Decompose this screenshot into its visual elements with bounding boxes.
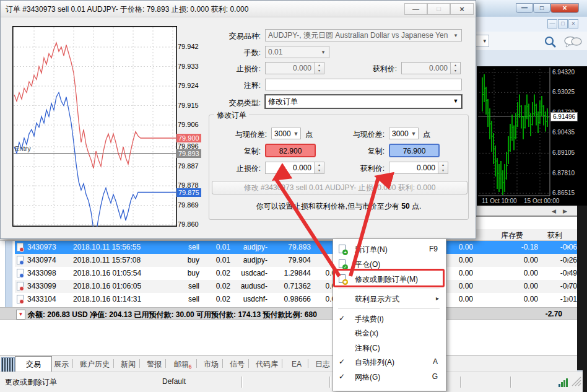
tab-市场[interactable]: 市场	[199, 357, 223, 372]
table-row[interactable]: 34330982018.10.16 01:05:54buy0.02usdcad-…	[15, 267, 577, 280]
dialog-titlebar[interactable]: 订单 #3430973 sell 0.01 AUDJPY- 于价格: 79.89…	[1, 1, 476, 17]
modify-order-group-title: 修改订单	[214, 110, 249, 121]
group-stoploss-input[interactable]: 0.000 ▴▾	[265, 162, 324, 174]
background-area	[577, 206, 587, 370]
main-close-button[interactable]: ×	[550, 3, 579, 13]
copy-buy-price-button[interactable]: 76.900	[389, 144, 440, 157]
tab-信号[interactable]: 信号	[225, 357, 249, 372]
check-icon: ✓	[339, 314, 345, 323]
tab-代码库[interactable]: 代码库	[251, 357, 282, 372]
group-takeprofit-input[interactable]: 0.000 ▴▾	[389, 162, 448, 174]
main-minimize-button[interactable]: —	[516, 3, 533, 13]
menu-item-shortcut: G	[432, 372, 438, 381]
menu-item[interactable]: 税金(x)	[334, 326, 445, 341]
close-order-icon[interactable]: ×	[566, 282, 570, 290]
dialog-close-button[interactable]: ×	[450, 3, 474, 15]
tab-交易[interactable]: 交易	[15, 356, 52, 372]
order-tax: 0.00	[459, 282, 473, 290]
close-order-icon[interactable]: ×	[566, 295, 570, 303]
order-type: buy	[188, 256, 199, 264]
lots-select[interactable]: 0.01 ▾	[265, 46, 329, 58]
tab-separator	[72, 359, 73, 368]
stoploss-input[interactable]: 0.000 ▴▾	[265, 62, 324, 74]
panel-drag-handle[interactable]	[1, 357, 15, 372]
diff-select-sl[interactable]: 3000 ▼	[271, 128, 301, 139]
axis-price-label: 6.87810	[552, 170, 575, 176]
axis-price-label: 79.906	[178, 121, 199, 128]
tab-展示[interactable]: 展示	[50, 357, 73, 372]
tab-separator	[196, 359, 197, 368]
order-symbol: audusd-	[241, 282, 267, 290]
symbol-select[interactable]: AUDJPY-, 澳元日圆 Australian Dollar vs Japan…	[265, 29, 462, 41]
close-order-icon[interactable]: ×	[566, 256, 570, 264]
comment-input[interactable]	[265, 79, 462, 90]
order-time: 2018.10.16 01:14:31	[73, 295, 141, 303]
order-context-menu: +新订单(N)F9✓平仓(O)✱修改或删除订单(M)获利显示方式▸✓手续费(i)…	[333, 238, 446, 391]
dropdown-icon: ▼	[410, 129, 417, 138]
close-order-icon[interactable]: ×	[566, 243, 570, 251]
table-row[interactable]: 34330992018.10.16 01:06:05sell0.02audusd…	[15, 280, 577, 293]
main-maximize-button[interactable]: □	[533, 3, 550, 13]
copy-sell-price-button[interactable]: 82.900	[265, 144, 316, 157]
order-lots: 0.02	[216, 295, 230, 303]
tab-separator	[248, 359, 249, 368]
tab-EA[interactable]: EA	[285, 357, 308, 372]
trade-type-select[interactable]: 修改订单 ▼	[265, 95, 462, 108]
chart-hscrollbar[interactable]: ◀ ▶	[477, 206, 577, 216]
resize-grip[interactable]	[571, 376, 581, 386]
table-row[interactable]: 34331042018.10.16 01:14:31sell0.02usdchf…	[15, 293, 577, 306]
spinner-icon[interactable]: ▴▾	[438, 162, 448, 173]
spinner-icon[interactable]: ▴▾	[314, 162, 324, 173]
tab-separator	[113, 359, 114, 368]
axis-price-label: 6.90435	[552, 129, 575, 136]
menu-item[interactable]: +新订单(N)F9	[334, 242, 445, 257]
bid-price-badge: 79.875	[176, 188, 201, 197]
axis-date-label: 15 Oct 00:00	[524, 198, 559, 204]
status-profile[interactable]: Default	[162, 377, 186, 386]
chart-restore-button[interactable]: □	[558, 19, 568, 28]
scroll-right-icon[interactable]: ▶	[563, 208, 567, 214]
menu-item[interactable]: ✓网格(G)G	[334, 370, 445, 385]
order-type: sell	[188, 243, 199, 251]
order-symbol: usdcad-	[241, 269, 267, 277]
spinner-icon[interactable]: ▴▾	[450, 63, 460, 74]
spinner-icon[interactable]: ▴▾	[314, 63, 324, 74]
table-row[interactable]: 34309732018.10.11 15:56:55sell0.01audjpy…	[15, 241, 577, 254]
tab-新闻[interactable]: 新闻	[116, 357, 140, 372]
menu-item[interactable]: 获利显示方式▸	[334, 292, 445, 307]
order-time: 2018.10.16 01:05:54	[73, 269, 141, 277]
chart-close-button[interactable]: ×	[568, 19, 578, 28]
dialog-minimize-button[interactable]: —	[404, 3, 427, 15]
modify-order-button: 修改 #3430973 sell 0.01 AUDJPY- 止损: 0.000 …	[212, 181, 467, 194]
submenu-arrow-icon: ▸	[436, 295, 439, 302]
chat-icon[interactable]	[563, 36, 582, 48]
column-header-profit[interactable]: 获利	[547, 230, 562, 241]
tab-账户历史[interactable]: 账户历史	[76, 357, 114, 372]
menu-item-label: 新订单(N)	[355, 245, 388, 255]
order-symbol: audjpy-	[243, 256, 267, 264]
search-icon[interactable]	[544, 35, 557, 49]
chart-minimize-button[interactable]: —	[547, 19, 557, 28]
modify-order-dialog: 订单 #3430973 sell 0.01 AUDJPY- 于价格: 79.89…	[0, 0, 476, 239]
menu-item[interactable]: ✓自动排列(A)A	[334, 355, 445, 370]
copy-label-sell: 复制:	[211, 146, 261, 157]
scroll-left-icon[interactable]: ◀	[552, 208, 556, 214]
lots-label: 手数:	[205, 48, 261, 58]
total-profit: -2.70	[546, 310, 562, 318]
table-row[interactable]: 34309742018.10.11 15:57:08buy0.01audjpy-…	[15, 254, 577, 267]
takeprofit-label: 获利价:	[338, 64, 397, 74]
takeprofit-input[interactable]: 0.000 ▴▾	[401, 62, 461, 74]
order-tax: 0.00	[459, 269, 473, 277]
tab-日志[interactable]: 日志	[311, 357, 334, 372]
tab-邮箱[interactable]: 邮箱6	[168, 357, 197, 372]
tab-separator	[308, 359, 308, 368]
column-header-swap[interactable]: 库存费	[501, 230, 523, 241]
diff-select-tp[interactable]: 3000 ▼	[389, 128, 419, 139]
order-time: 2018.10.11 15:56:55	[73, 243, 141, 251]
axis-price-label: 79.933	[178, 63, 199, 70]
axis-price-label: 79.860	[178, 220, 199, 228]
tab-警报[interactable]: 警报	[142, 357, 166, 372]
menu-item[interactable]: 注释(C)	[334, 341, 445, 355]
menu-item[interactable]: ✓手续费(i)	[334, 311, 445, 326]
close-order-icon[interactable]: ×	[566, 269, 570, 277]
